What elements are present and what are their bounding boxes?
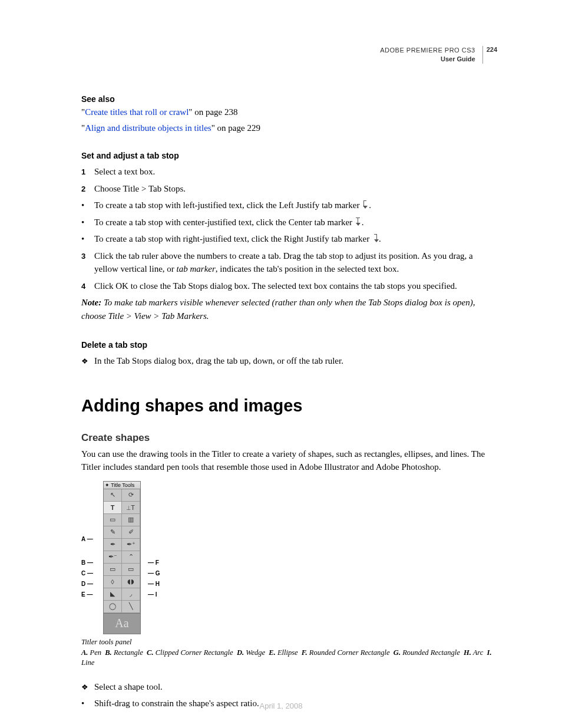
callout-B: B — [81, 559, 93, 566]
link-roll-crawl[interactable]: Create titles that roll or crawl [85, 107, 189, 117]
bullet-right-justify: To create a tab stop with right-justifie… [81, 232, 497, 246]
convert-anchor-tool-icon: ⌃ [122, 551, 140, 564]
select-shape-step: Select a shape tool. [81, 680, 497, 694]
callout-E: E — [81, 591, 92, 598]
callout-H: — H [148, 581, 160, 587]
vertical-type-tool-icon: ⟂T [122, 502, 140, 514]
callout-A: A — [81, 536, 93, 542]
add-anchor-tool-icon: ✒⁺ [122, 539, 140, 551]
page-header: ADOBE PREMIERE PRO CS3 User Guide 224 [380, 46, 497, 64]
step-3: 3Click the tab ruler above the numbers t… [81, 249, 497, 276]
footer-date: April 1, 2008 [0, 701, 562, 710]
guide-label: User Guide [380, 55, 475, 64]
selection-tool-icon: ↖ [104, 489, 122, 502]
header-divider [482, 46, 483, 64]
pen-tool-icon: ✒ [104, 539, 122, 551]
figure-caption: Titler tools panel [81, 638, 497, 647]
subhead-set-adjust: Set and adjust a tab stop [81, 151, 497, 160]
product-name: ADOBE PREMIERE PRO CS3 [380, 46, 475, 55]
vertical-area-type-tool-icon: ▥ [122, 514, 140, 526]
page-number: 224 [487, 46, 497, 64]
callout-D: D — [81, 581, 93, 587]
bullet-left-justify: To create a tab stop with left-justified… [81, 199, 497, 212]
clipped-corner-rectangle-tool-icon: ◊ [104, 576, 122, 588]
rounded-corner-rectangle-tool-icon: ▭ [122, 564, 140, 576]
link-align-distribute[interactable]: Align and distribute objects in titles [85, 123, 211, 133]
note-tab-markers: Note: To make tab markers visible whenev… [81, 296, 497, 322]
step-4: 4Click OK to close the Tab Stops dialog … [81, 279, 497, 293]
rotate-tool-icon: ⟳ [122, 489, 140, 502]
callout-G: — G [148, 570, 160, 577]
subhead-delete: Delete a tab stop [81, 340, 497, 350]
vertical-path-type-tool-icon: ✐ [122, 526, 140, 539]
title-tools-panel: ✦ Title Tools ↖ ⟳ T ⟂T ▭ ▥ ✎ ✐ ✒ ✒⁺ ✒⁻ ⌃… [103, 481, 141, 634]
see-also-link-2: "Align and distribute objects in titles"… [81, 123, 497, 133]
rectangle-tool-icon: ▭ [104, 564, 122, 576]
arc-tool-icon: ◞ [122, 588, 140, 601]
right-justify-tab-icon [372, 235, 379, 243]
titler-panel-figure: A — B — C — D — E — ✦ Title Tools ↖ ⟳ T … [81, 481, 497, 634]
left-justify-tab-icon [362, 201, 369, 209]
panel-title: ✦ Title Tools [104, 482, 140, 489]
step-1: 1Select a text box. [81, 165, 497, 179]
font-preview: Aa [104, 613, 140, 634]
bullet-center-justify: To create a tab stop with center-justifi… [81, 216, 497, 229]
wedge-tool-icon: ◣ [104, 588, 122, 601]
type-tool-icon: T [104, 502, 122, 514]
rounded-rectangle-tool-icon: ◖◗ [122, 576, 140, 588]
callout-F: — F [148, 559, 159, 566]
delete-anchor-tool-icon: ✒⁻ [104, 551, 122, 564]
subsection-create-shapes: Create shapes [81, 432, 497, 444]
figure-legend: A. Pen B. Rectangle C. Clipped Corner Re… [81, 648, 497, 668]
callout-I: — I [148, 591, 157, 598]
area-type-tool-icon: ▭ [104, 514, 122, 526]
path-type-tool-icon: ✎ [104, 526, 122, 539]
center-tab-icon [355, 218, 362, 226]
callout-C: C — [81, 570, 93, 577]
delete-step: In the Tab Stops dialog box, drag the ta… [81, 354, 497, 368]
ellipse-tool-icon: ◯ [104, 601, 122, 613]
see-also-link-1: "Create titles that roll or crawl" on pa… [81, 107, 497, 117]
line-tool-icon: ╲ [122, 601, 140, 613]
see-also-heading: See also [81, 94, 497, 104]
step-2: 2Choose Title > Tab Stops. [81, 182, 497, 196]
section-heading: Adding shapes and images [81, 396, 497, 416]
create-shapes-body: You can use the drawing tools in the Tit… [81, 447, 497, 474]
